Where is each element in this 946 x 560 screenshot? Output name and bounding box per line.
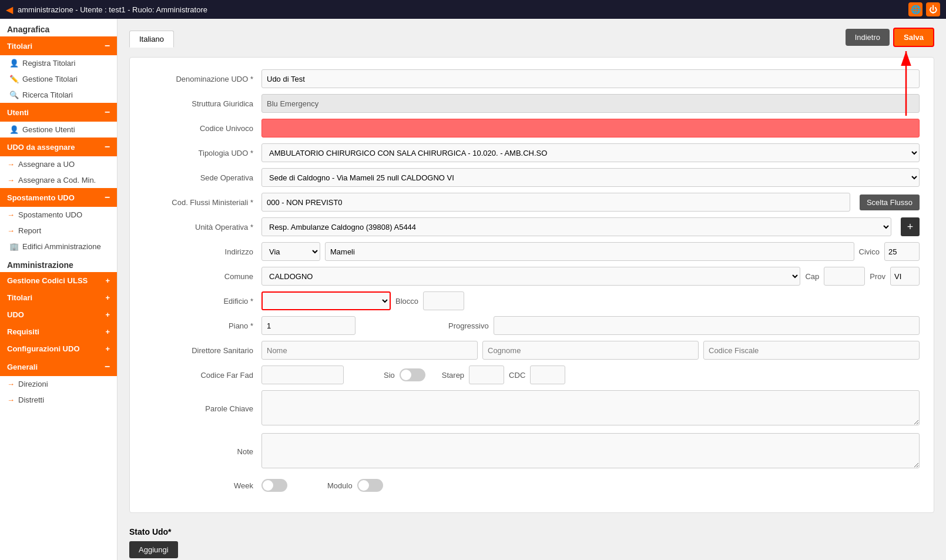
note-textarea[interactable]	[261, 433, 920, 468]
piano-field: Progressivo	[261, 316, 920, 335]
tipologia-select[interactable]: AMBULATORIO CHIRURGICO CON SALA CHIRURGI…	[261, 143, 920, 162]
cap-input[interactable]	[824, 267, 865, 286]
sidebar: Anagrafica Titolari − 👤 Registra Titolar…	[0, 19, 118, 560]
direttore-cf-input[interactable]	[703, 341, 920, 360]
arrow-icon-report: →	[7, 226, 15, 235]
tab-italiano[interactable]: Italiano	[129, 31, 174, 48]
globe-button[interactable]: 🌐	[908, 2, 922, 16]
aggiungi-button[interactable]: Aggiungi	[129, 541, 178, 558]
amministrazione-title: Amministrazione	[0, 254, 117, 272]
parole-chiave-field	[261, 390, 920, 427]
cod-far-fad-row: Codice Far Fad Sio Starep CDC	[144, 365, 920, 384]
power-button[interactable]: ⏻	[926, 2, 940, 16]
codice-input[interactable]	[261, 119, 920, 138]
progressivo-input[interactable]	[494, 316, 920, 335]
utenti-group-header[interactable]: Utenti −	[0, 103, 117, 122]
back-arrow-icon: ◀	[6, 4, 13, 15]
comune-label: Comune	[144, 272, 261, 281]
arrow-icon-cod: →	[7, 176, 15, 185]
piano-input[interactable]	[261, 316, 355, 335]
cod-flussi-input[interactable]	[261, 193, 850, 212]
configurazioni-plus: +	[105, 344, 110, 353]
cdc-input[interactable]	[530, 365, 565, 384]
progressivo-label: Progressivo	[448, 321, 489, 330]
direttore-row: Direttore Sanitario	[144, 341, 920, 360]
sio-slider[interactable]	[400, 368, 425, 381]
sidebar-item-gestione-utenti[interactable]: 👤 Gestione Utenti	[0, 122, 117, 138]
week-toggle[interactable]	[261, 479, 287, 492]
direttore-nome-input[interactable]	[261, 341, 478, 360]
cod-far-fad-input[interactable]	[261, 365, 344, 384]
sidebar-item-gestione-titolari[interactable]: ✏️ Gestione Titolari	[0, 71, 117, 87]
blocco-input[interactable]	[423, 291, 464, 310]
salva-button[interactable]: Salva	[893, 28, 934, 47]
sidebar-item-direzioni[interactable]: → Direzioni	[0, 376, 117, 392]
scelta-flusso-button[interactable]: Scelta Flusso	[860, 195, 920, 210]
cod-flussi-field: Scelta Flusso	[261, 193, 920, 212]
form-container: Denominazione UDO * Struttura Giuridica …	[129, 57, 934, 513]
sidebar-item-spostamento-udo[interactable]: → Spostamento UDO	[0, 207, 117, 223]
blocco-label: Blocco	[395, 297, 418, 306]
udo-assegnare-group-header[interactable]: UDO da assegnare −	[0, 138, 117, 156]
sidebar-item-ricerca-titolari[interactable]: 🔍 Ricerca Titolari	[0, 87, 117, 103]
indirizzo-name-input[interactable]	[325, 242, 854, 261]
sidebar-item-assegnare-cod[interactable]: → Assegnare a Cod. Min.	[0, 172, 117, 188]
modulo-toggle[interactable]	[357, 479, 383, 492]
civico-input[interactable]	[884, 242, 920, 261]
direttore-field	[261, 341, 920, 360]
requisiti-plus: +	[105, 327, 110, 336]
sidebar-item-distretti[interactable]: → Distretti	[0, 392, 117, 408]
configurazioni-group[interactable]: Configurazioni UDO +	[0, 340, 117, 357]
struttura-input	[261, 94, 920, 113]
cod-flussi-row: Cod. Flussi Ministeriali * Scelta Flusso	[144, 193, 920, 212]
sidebar-item-registra-titolari[interactable]: 👤 Registra Titolari	[0, 55, 117, 71]
starep-label: Starep	[442, 371, 464, 380]
indirizzo-type-select[interactable]: Via	[261, 242, 320, 261]
udo-group[interactable]: UDO +	[0, 306, 117, 323]
modulo-slider[interactable]	[357, 479, 383, 492]
spostamento-group-header[interactable]: Spostamento UDO −	[0, 188, 117, 207]
sidebar-item-report[interactable]: → Report	[0, 223, 117, 239]
prov-input[interactable]	[890, 267, 920, 286]
parole-chiave-textarea[interactable]	[261, 390, 920, 425]
building-icon: 🏢	[9, 242, 19, 251]
indietro-button[interactable]: Indietro	[846, 29, 890, 46]
tipologia-row: Tipologia UDO * AMBULATORIO CHIRURGICO C…	[144, 143, 920, 162]
edificio-select[interactable]	[261, 291, 391, 310]
sede-field: Sede di Caldogno - Via Mameli 25 null CA…	[261, 168, 920, 187]
sidebar-item-assegnare-uo[interactable]: → Assegnare a UO	[0, 156, 117, 172]
edifici-label: Edifici Amministrazione	[22, 242, 101, 251]
week-modulo-field: Modulo	[261, 479, 920, 492]
udo-assegnare-label: UDO da assegnare	[7, 143, 75, 152]
denominazione-row: Denominazione UDO *	[144, 69, 920, 88]
stato-udo-section: Stato Udo* Aggiungi Stato Data Inizio Sc…	[129, 527, 934, 560]
gestione-codici-group[interactable]: Gestione Codici ULSS +	[0, 272, 117, 289]
note-row: Note	[144, 433, 920, 470]
edificio-field: Blocco	[261, 291, 920, 310]
week-modulo-row: Week Modulo	[144, 476, 920, 495]
add-unita-button[interactable]: +	[901, 217, 920, 236]
denominazione-input[interactable]	[261, 69, 920, 88]
sede-select[interactable]: Sede di Caldogno - Via Mameli 25 null CA…	[261, 168, 920, 187]
unita-select[interactable]: Resp. Ambulanze Caldogno (39808) A5444	[261, 217, 891, 236]
comune-select[interactable]: CALDOGNO	[261, 267, 800, 286]
sidebar-item-edifici[interactable]: 🏢 Edifici Amministrazione	[0, 239, 117, 254]
titolari-group-label: Titolari	[7, 42, 32, 51]
requisiti-group[interactable]: Requisiti +	[0, 323, 117, 340]
week-slider[interactable]	[261, 479, 287, 492]
unita-row: Unità Operativa * Resp. Ambulanze Caldog…	[144, 217, 920, 236]
sio-toggle[interactable]	[400, 368, 425, 381]
udo-group-plus: +	[105, 310, 110, 319]
direttore-cognome-input[interactable]	[482, 341, 699, 360]
comune-row: Comune CALDOGNO Cap Prov	[144, 267, 920, 286]
titolari-admin-group[interactable]: Titolari +	[0, 289, 117, 306]
spostamento-collapse-icon: −	[105, 192, 110, 203]
denominazione-field	[261, 69, 920, 88]
indirizzo-field: Via Civico	[261, 242, 920, 261]
starep-input[interactable]	[469, 365, 504, 384]
spostamento-group-label: Spostamento UDO	[7, 193, 75, 202]
distretti-label: Distretti	[18, 395, 44, 404]
generali-group-header[interactable]: Generali −	[0, 357, 117, 376]
titolari-group-header[interactable]: Titolari −	[0, 36, 117, 55]
piano-row: Piano * Progressivo	[144, 316, 920, 335]
